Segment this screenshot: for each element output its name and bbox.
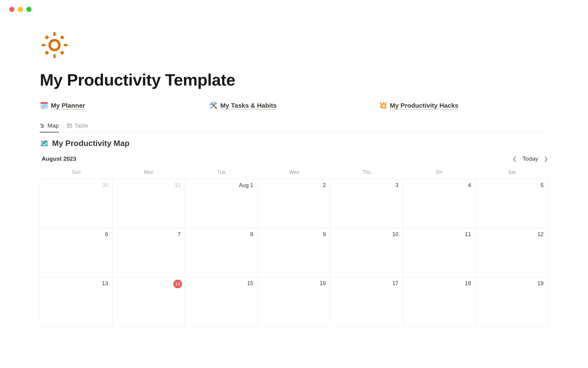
svg-point-0 <box>50 40 59 50</box>
calendar-day-cell[interactable]: 10 <box>330 228 403 277</box>
calendar-day-cell[interactable]: 30 <box>40 179 113 228</box>
calendar-day-cell[interactable]: 18 <box>403 277 476 326</box>
today-button[interactable]: Today <box>522 155 538 162</box>
tab-label: Table <box>74 122 88 129</box>
svg-rect-6 <box>45 35 49 40</box>
calendar-day-cell[interactable]: 6 <box>40 228 113 277</box>
window-minimize-button[interactable] <box>18 7 23 12</box>
svg-rect-4 <box>42 44 45 46</box>
section-title[interactable]: 🗺️ My Productivity Map <box>40 139 548 148</box>
calendar-day-cell[interactable]: 3 <box>330 179 403 228</box>
calendar-day-headers: Sun Mon Tue Wed Thu Fri Sat <box>40 168 548 179</box>
quick-link-my-tasks-habits[interactable]: 🛠️ My Tasks & Habits <box>209 102 379 109</box>
tab-map[interactable]: Map <box>40 122 59 132</box>
calendar-day-cell[interactable]: 13 <box>40 277 113 326</box>
calendar-day-cell[interactable]: 7 <box>113 228 185 277</box>
quick-link-label: My Productivity Hacks <box>390 102 458 109</box>
window-controls <box>0 0 588 12</box>
calendar-day-cell[interactable]: 19 <box>476 277 548 326</box>
day-number: 17 <box>392 280 398 287</box>
calendar-header: August 2023 ❮ Today ❯ <box>40 155 548 162</box>
svg-rect-2 <box>53 54 55 58</box>
day-header: Tue <box>185 168 258 179</box>
day-number: 15 <box>247 280 253 287</box>
day-header: Sat <box>476 168 548 179</box>
day-number: 6 <box>105 231 108 238</box>
day-number: 10 <box>392 231 398 238</box>
calendar-emoji-icon: 🗓️ <box>40 102 48 109</box>
day-header: Mon <box>112 168 185 179</box>
calendar-nav: ❮ Today ❯ <box>512 155 548 162</box>
calendar-day-cell[interactable]: 14 <box>113 277 185 326</box>
window-fullscreen-button[interactable] <box>26 7 32 12</box>
day-number: 19 <box>537 280 544 287</box>
next-month-button[interactable]: ❯ <box>544 155 548 162</box>
day-number: 16 <box>320 280 326 287</box>
calendar: Sun Mon Tue Wed Thu Fri Sat 3031Aug 1234… <box>40 168 548 326</box>
svg-rect-8 <box>45 51 49 55</box>
day-number: 5 <box>541 182 544 189</box>
calendar-grid: 3031Aug 12345678910111213141516171819 <box>40 179 548 326</box>
day-number: 9 <box>323 231 326 238</box>
quick-link-my-planner[interactable]: 🗓️ My Planner <box>40 102 209 109</box>
day-number: 30 <box>102 182 108 189</box>
quick-link-my-productivity-hacks[interactable]: 💥 My Productivity Hacks <box>379 102 548 109</box>
page-title[interactable]: My Productivity Template <box>40 70 548 89</box>
calendar-day-cell[interactable]: Aug 1 <box>185 179 258 228</box>
calendar-day-cell[interactable]: 12 <box>476 228 548 277</box>
calendar-day-cell[interactable]: 17 <box>330 277 403 326</box>
day-number: 31 <box>175 182 181 189</box>
svg-rect-7 <box>60 51 64 55</box>
day-header: Thu <box>330 168 403 179</box>
svg-rect-11 <box>41 127 43 127</box>
calendar-month-label: August 2023 <box>40 155 76 162</box>
day-header: Wed <box>258 168 330 179</box>
tab-label: Map <box>47 122 59 129</box>
svg-rect-5 <box>60 35 64 40</box>
day-number: 8 <box>250 231 253 238</box>
calendar-day-cell[interactable]: 4 <box>403 179 476 228</box>
tools-emoji-icon: 🛠️ <box>209 102 217 109</box>
calendar-day-cell[interactable]: 16 <box>258 277 330 326</box>
day-number: 13 <box>102 280 108 287</box>
calendar-day-cell[interactable]: 31 <box>113 179 185 228</box>
calendar-day-cell[interactable]: 5 <box>476 179 548 228</box>
tab-table[interactable]: Table <box>67 122 88 132</box>
day-number: Aug 1 <box>239 182 253 189</box>
quick-links-row: 🗓️ My Planner 🛠️ My Tasks & Habits 💥 My … <box>40 102 548 109</box>
day-header: Sun <box>40 168 112 179</box>
calendar-day-cell[interactable]: 11 <box>403 228 476 277</box>
svg-rect-9 <box>40 124 43 125</box>
quick-link-label: My Tasks & Habits <box>220 102 277 109</box>
svg-rect-10 <box>42 125 44 126</box>
day-number: 11 <box>465 231 471 238</box>
map-emoji-icon: 🗺️ <box>40 139 49 148</box>
day-number: 2 <box>323 182 326 189</box>
timeline-icon <box>40 123 45 128</box>
quick-link-label: My Planner <box>51 102 85 109</box>
page-icon[interactable] <box>40 30 548 61</box>
section-title-text: My Productivity Map <box>52 139 130 148</box>
sun-icon <box>40 30 69 60</box>
day-number: 3 <box>395 182 398 189</box>
window-close-button[interactable] <box>9 7 14 12</box>
collision-emoji-icon: 💥 <box>379 102 387 109</box>
day-number: 12 <box>537 231 544 238</box>
day-number: 4 <box>468 182 471 189</box>
calendar-day-cell[interactable]: 15 <box>185 277 258 326</box>
calendar-day-cell[interactable]: 9 <box>258 228 330 277</box>
prev-month-button[interactable]: ❮ <box>512 155 517 162</box>
day-number: 7 <box>178 231 181 238</box>
today-indicator: 14 <box>173 280 182 288</box>
day-number: 18 <box>465 280 471 287</box>
day-header: Fri <box>403 168 476 179</box>
table-icon <box>67 123 72 128</box>
svg-rect-12 <box>67 124 72 128</box>
svg-rect-3 <box>64 44 67 46</box>
calendar-day-cell[interactable]: 2 <box>258 179 330 228</box>
view-tabs: Map Table <box>40 122 548 132</box>
calendar-day-cell[interactable]: 8 <box>185 228 258 277</box>
svg-rect-1 <box>53 32 55 36</box>
